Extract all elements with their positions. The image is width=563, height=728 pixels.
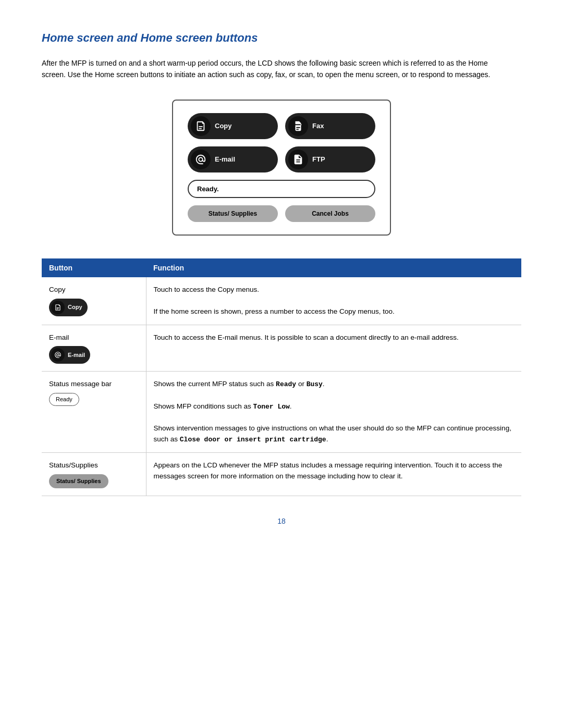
function-text-copy-1: Touch to access the Copy menus. [154, 285, 515, 295]
table-cell-button: Status message bar Ready [42, 372, 146, 452]
table-row: Status/Supplies Status/ Supplies Appears… [42, 452, 521, 496]
lcd-ftp-icon [288, 150, 308, 169]
table-cell-function: Shows the current MFP status such as Rea… [146, 372, 521, 452]
table-cell-button: Copy Copy [42, 277, 146, 325]
mini-copy-text: Copy [68, 303, 82, 312]
lcd-buttons-grid: Copy Fax E-mail FTP [188, 113, 375, 172]
table-cell-function: Touch to access the E-mail menus. It is … [146, 325, 521, 372]
lcd-email-label: E-mail [215, 155, 235, 163]
lcd-email-button: E-mail [188, 146, 278, 172]
lcd-ftp-button: FTP [285, 146, 375, 172]
lcd-fax-label: Fax [312, 122, 324, 130]
table-row: Status message bar Ready Shows the curre… [42, 372, 521, 452]
function-text-email: Touch to access the E-mail menus. It is … [154, 332, 515, 343]
row-email-label: E-mail [49, 332, 139, 343]
table-row: Copy Copy Touch to access the Copy menus… [42, 277, 521, 325]
mini-email-icon [51, 348, 65, 362]
col-header-function: Function [146, 258, 521, 277]
mini-email-text: E-mail [68, 351, 85, 360]
function-table: Button Function Copy Copy Touch to acces… [42, 258, 521, 496]
mini-status-supplies-button: Status/ Supplies [49, 474, 108, 488]
lcd-fax-button: Fax [285, 113, 375, 139]
function-text-supplies: Appears on the LCD whenever the MFP stat… [154, 460, 515, 482]
lcd-bottom-buttons: Status/ Supplies Cancel Jobs [188, 205, 375, 222]
lcd-status-bar: Ready. [188, 180, 375, 198]
lcd-email-icon [191, 150, 211, 169]
mini-copy-button: Copy [49, 299, 88, 316]
page-title: Home screen and Home screen buttons [42, 31, 521, 45]
lcd-cancel-jobs-button: Cancel Jobs [285, 205, 375, 222]
table-cell-button: Status/Supplies Status/ Supplies [42, 452, 146, 496]
function-text-status-3: Shows intervention messages to give inst… [154, 423, 515, 445]
lcd-fax-icon [288, 116, 308, 136]
function-text-status-1: Shows the current MFP status such as Rea… [154, 379, 515, 390]
table-cell-button: E-mail E-mail [42, 325, 146, 372]
table-cell-function: Appears on the LCD whenever the MFP stat… [146, 452, 521, 496]
mini-email-button: E-mail [49, 346, 90, 364]
lcd-copy-button: Copy [188, 113, 278, 139]
page-number: 18 [42, 517, 521, 525]
row-status-label: Status message bar [49, 379, 139, 390]
function-text-copy-2: If the home screen is shown, press a num… [154, 306, 515, 317]
table-cell-function: Touch to access the Copy menus. If the h… [146, 277, 521, 325]
lcd-copy-label: Copy [215, 122, 232, 130]
lcd-diagram: Copy Fax E-mail FTP [42, 100, 521, 236]
row-supplies-label: Status/Supplies [49, 460, 139, 471]
col-header-button: Button [42, 258, 146, 277]
lcd-copy-icon [191, 116, 211, 136]
intro-paragraph: After the MFP is turned on and a short w… [42, 57, 511, 81]
mini-copy-icon [51, 301, 65, 314]
lcd-screen-box: Copy Fax E-mail FTP [172, 100, 391, 236]
lcd-ftp-label: FTP [312, 155, 325, 163]
table-row: E-mail E-mail Touch to access the E-mail… [42, 325, 521, 372]
lcd-status-supplies-button: Status/ Supplies [188, 205, 278, 222]
function-text-status-2: Shows MFP conditions such as Toner Low. [154, 401, 515, 412]
row-copy-label: Copy [49, 285, 139, 295]
mini-status-bar: Ready [49, 393, 79, 406]
table-header-row: Button Function [42, 258, 521, 277]
